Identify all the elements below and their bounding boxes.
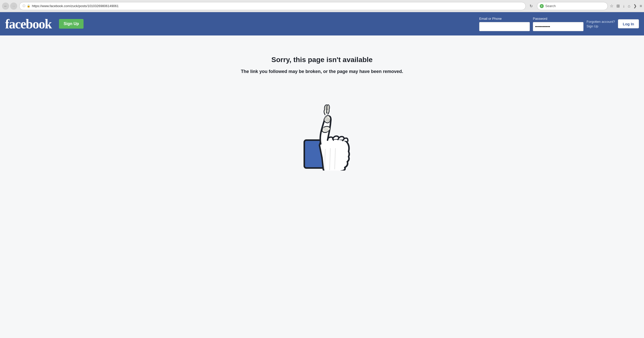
email-input[interactable] bbox=[479, 22, 530, 31]
lock-icon: 🔒 bbox=[27, 4, 30, 8]
email-group: Email or Phone bbox=[479, 17, 530, 31]
password-group: Password bbox=[533, 17, 583, 31]
forgotten-account-link[interactable]: Forgotten account? bbox=[587, 20, 615, 24]
facebook-logo: facebook bbox=[5, 16, 51, 31]
forward-button[interactable]: → bbox=[10, 3, 17, 10]
search-label: Search bbox=[545, 4, 605, 8]
error-subtitle: The link you followed may be broken, or … bbox=[241, 69, 403, 74]
info-icon: ⓘ bbox=[23, 4, 25, 8]
url-text: https://www.facebook.com/zuck/posts/1010… bbox=[32, 4, 522, 8]
browser-chrome: ← → ⓘ 🔒 https://www.facebook.com/zuck/po… bbox=[0, 0, 644, 12]
download-icon[interactable]: ↓ bbox=[623, 4, 625, 8]
address-bar[interactable]: ⓘ 🔒 https://www.facebook.com/zuck/posts/… bbox=[19, 2, 526, 10]
login-links: Forgotten account? Sign Up bbox=[587, 20, 615, 28]
back-button[interactable]: ← bbox=[2, 3, 9, 10]
facebook-header: facebook Sign Up Email or Phone Password… bbox=[0, 12, 644, 35]
nav-buttons: ← → bbox=[2, 3, 17, 10]
reload-button[interactable]: ↻ bbox=[528, 3, 535, 10]
toolbar-icons: ☆ ⊞ ↓ ⌂ ❯ ≡ bbox=[610, 4, 642, 8]
menu-icon[interactable]: ≡ bbox=[640, 4, 642, 8]
star-icon[interactable]: ☆ bbox=[610, 4, 613, 8]
search-bar[interactable]: ✦ Search bbox=[537, 2, 608, 10]
password-input[interactable] bbox=[533, 22, 583, 31]
search-icon: ✦ bbox=[540, 4, 544, 8]
email-label: Email or Phone bbox=[479, 17, 530, 21]
error-title: Sorry, this page isn't available bbox=[271, 56, 373, 64]
broken-thumb-illustration bbox=[284, 89, 360, 172]
login-button[interactable]: Log In bbox=[618, 19, 639, 28]
signup-button[interactable]: Sign Up bbox=[59, 19, 83, 29]
home-icon[interactable]: ⌂ bbox=[628, 4, 630, 8]
header-right: Email or Phone Password Forgotten accoun… bbox=[479, 17, 639, 31]
main-content: Sorry, this page isn't available The lin… bbox=[0, 35, 644, 338]
signup-link[interactable]: Sign Up bbox=[587, 24, 615, 28]
grid-icon[interactable]: ⊞ bbox=[616, 4, 620, 8]
pocket-icon[interactable]: ❯ bbox=[633, 4, 637, 8]
password-label: Password bbox=[533, 17, 583, 21]
